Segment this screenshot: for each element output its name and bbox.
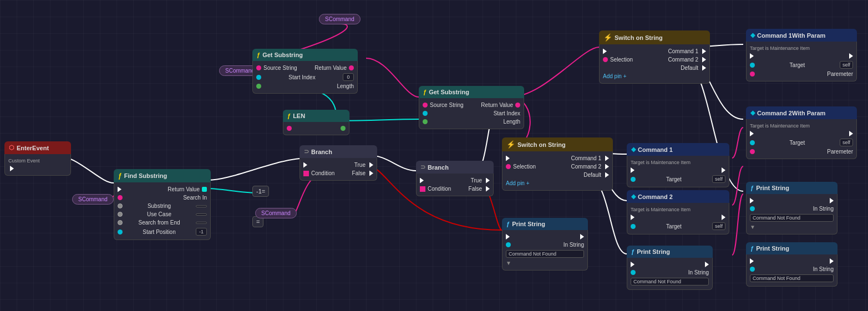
print-3-icon: ƒ — [750, 185, 754, 191]
get-substring-1-body: Source String Return Value Start Index 0… — [252, 61, 358, 94]
sw1-cmd2-out — [701, 57, 706, 63]
b2-exec-in — [420, 178, 425, 183]
ps4-exec-row — [750, 257, 834, 265]
cmd2wp-subtitle-row: Target is Maintenance Item — [750, 122, 853, 130]
print-4-icon: ƒ — [750, 245, 754, 252]
print-string-2-body: In String Command Not Found — [627, 258, 713, 290]
b2-exec-row: True — [420, 176, 490, 185]
ps3-instr-label: In String — [813, 206, 834, 212]
fs-substring-label: Substring — [148, 203, 171, 209]
find-substring-header: ƒ Find Substring — [114, 169, 211, 182]
find-substring-title: Find Substring — [124, 172, 167, 179]
sw1-cmd1-label: Command 1 — [668, 48, 698, 54]
enter-event-subtitle-row: Custom Event — [8, 157, 67, 165]
b1-cond-row: Condition False — [303, 169, 373, 177]
print-string-1-node: ƒ Print String In String Command Not Fou… — [502, 218, 588, 271]
fs-substring-val — [196, 205, 207, 207]
switch-2-icon: ⚡ — [506, 140, 515, 149]
sw1-addpin-row: Add pin + — [603, 72, 706, 80]
enter-event-header: ⬡ EnterEvent — [4, 141, 71, 154]
print-string-4-node: ƒ Print String In String Command Not Fou… — [746, 242, 837, 287]
ps4-val-row: Command Not Found — [750, 273, 834, 283]
cmd2wp-param-label: Paremeter — [827, 149, 853, 155]
print-string-1-body: In String Command Not Found ▼ — [502, 230, 588, 271]
gs1-return-pin — [349, 65, 354, 70]
fs-return-pin — [202, 187, 207, 192]
enter-event-exec-out — [8, 166, 14, 171]
sw1-addpin-label[interactable]: Add pin + — [603, 73, 627, 79]
gs2-length-label: Length — [503, 119, 520, 125]
sw2-addpin-label[interactable]: Add pin + — [506, 180, 530, 186]
ps1-instr-row: In String — [506, 241, 584, 249]
find-substring-body: Return Value Search In Substring Use Cas… — [114, 182, 211, 240]
fs-searchin-row: Search In — [118, 193, 207, 202]
scommand-pill-1: SCommand — [72, 194, 114, 205]
cmd1wp-target-label: Target — [790, 62, 805, 68]
cmd1wp-param-label: Paremeter — [827, 71, 853, 77]
gs2-length-row: Length — [423, 118, 520, 126]
cmd1wp-target-row: Target self — [750, 60, 853, 70]
gs2-return-label: Return Value — [481, 102, 513, 108]
c1-exec-out — [720, 167, 725, 173]
command-2-header: ◆ Command 2 — [627, 190, 729, 203]
sw2-exec-row: Command 1 — [506, 154, 609, 162]
c1-target-val: self — [712, 175, 725, 183]
branch-1-title: Branch — [311, 149, 332, 155]
print-string-3-node: ƒ Print String In String Command Not Fou… — [746, 182, 837, 234]
b2-cond-label: Condition — [428, 186, 451, 192]
cmd1wp-header: ◆ Command 1With Param — [746, 29, 857, 42]
ps1-exec-row — [506, 233, 584, 241]
switch-string-1-body: Command 1 Selection Command 2 Default Ad… — [599, 44, 710, 84]
ps2-exec-in — [631, 262, 636, 267]
cmd2wp-param-row: Paremeter — [750, 147, 853, 156]
cmd1wp-param-row: Paremeter — [750, 70, 853, 78]
b2-true-out — [484, 178, 490, 183]
b1-true-label: True — [354, 162, 366, 168]
b2-false-out — [484, 186, 490, 192]
ps2-exec-row — [631, 261, 709, 268]
ps2-instr-pin — [631, 270, 636, 275]
b1-false-label: False — [352, 170, 366, 176]
sw2-sel-pin — [506, 164, 511, 169]
branch-1-header: ⊃ Branch — [300, 145, 377, 158]
print-string-1-title: Print String — [512, 221, 545, 227]
command-1-body: Target is Maintenance Item Target self — [627, 156, 729, 187]
b2-true-label: True — [471, 177, 482, 183]
scommand-label-2: SCommand — [225, 68, 255, 74]
sw1-cmd1-out — [701, 49, 706, 54]
print-string-4-title: Print String — [756, 245, 789, 252]
ps3-instr-pin — [750, 206, 755, 211]
print-1-icon: ƒ — [506, 221, 510, 227]
command-1-node: ◆ Command 1 Target is Maintenance Item T… — [627, 143, 729, 187]
sw2-cmd2-out — [603, 164, 609, 170]
ps4-val: Command Not Found — [750, 274, 834, 282]
c2-target-label: Target — [666, 223, 682, 230]
gs1-startidx-val: 0 — [343, 73, 354, 81]
print-string-4-header: ƒ Print String — [746, 242, 837, 254]
ps1-instr-label: In String — [564, 242, 584, 248]
b1-exec-row: True — [303, 161, 373, 169]
c2-subtitle-row: Target is Maintenance Item — [631, 206, 725, 213]
sw2-sel-row: Selection Command 2 — [506, 162, 609, 171]
switch-string-2-title: Switch on String — [517, 141, 566, 148]
scommand-label-4: SCommand — [261, 210, 291, 216]
sw2-sel-label: Selection — [513, 164, 536, 170]
c2-target-pin — [631, 224, 636, 229]
fs-usecase-row: Use Case — [118, 210, 207, 218]
get-substring-2-node: ƒ Get Substring Source String Return Val… — [419, 86, 524, 129]
ps4-instr-label: In String — [813, 266, 834, 272]
get-substring-2-body: Source String Return Value Start Index L… — [419, 98, 524, 129]
cmd1wp-icon: ◆ — [750, 32, 755, 39]
get-substring-1-title: Get Substring — [262, 52, 303, 58]
c2-target-val: self — [712, 222, 725, 230]
c1-subtitle-row: Target is Maintenance Item — [631, 159, 725, 166]
func-icon-1: ƒ — [118, 172, 122, 180]
c2-exec-row — [631, 213, 725, 221]
get-substring-2-header: ƒ Get Substring — [419, 86, 524, 98]
cmd2wp-body: Target is Maintenance Item Target self P… — [746, 119, 857, 159]
ps3-expand-icon[interactable]: ▼ — [750, 224, 755, 230]
fs-startpos-row: Start Position -1 — [118, 227, 207, 237]
len-body — [283, 122, 349, 135]
ps1-expand-icon[interactable]: ▼ — [506, 260, 511, 266]
fs-searchin-pin — [118, 195, 123, 200]
